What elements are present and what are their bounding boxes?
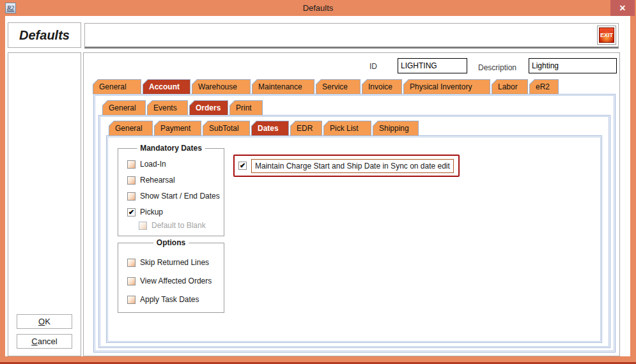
tab-pick-list[interactable]: Pick List	[323, 121, 371, 135]
mandatory-dates-group: Mandatory Dates Load-In Rehearsal Show S…	[118, 148, 224, 236]
checkbox-row-pickup[interactable]: ✔ Pickup	[127, 208, 163, 216]
skip-returned-lines-checkbox[interactable]	[127, 259, 136, 267]
tab-orders[interactable]: Orders	[189, 100, 228, 115]
sync-highlight-box: ✔ Maintain Charge Start and Ship Date in…	[233, 155, 460, 177]
tab-print[interactable]: Print	[229, 100, 263, 115]
tab-er2[interactable]: eR2	[529, 79, 559, 94]
view-affected-orders-checkbox[interactable]	[127, 277, 136, 285]
tab-edr[interactable]: EDR	[290, 121, 322, 135]
options-group: Options Skip Returned Lines View Affecte…	[118, 243, 224, 313]
title-bar: R2 Defaults ×	[0, 0, 636, 16]
tab-subtotal[interactable]: SubTotal	[203, 121, 250, 135]
sync-checkbox[interactable]: ✔	[238, 162, 247, 170]
tab-general-l2[interactable]: General	[102, 100, 146, 115]
id-field[interactable]	[398, 58, 467, 73]
checkbox-row-show-start-end[interactable]: Show Start / End Dates	[127, 192, 220, 201]
checkbox-row-rehearsal[interactable]: Rehearsal	[127, 176, 175, 185]
options-title: Options	[153, 238, 189, 247]
tab-payment[interactable]: Payment	[154, 121, 201, 135]
exit-button[interactable]: EXIT	[597, 26, 616, 45]
skip-returned-lines-label[interactable]: Skip Returned Lines	[140, 258, 209, 267]
sidebar-panel: OK Cancel	[8, 52, 81, 356]
checkbox-row-default-to-blank: Default to Blank	[139, 221, 206, 230]
cancel-button[interactable]: Cancel	[17, 334, 72, 349]
checkbox-row-apply-task-dates[interactable]: Apply Task Dates	[127, 295, 199, 304]
default-to-blank-label: Default to Blank	[151, 221, 206, 230]
tab-maintenance[interactable]: Maintenance	[252, 79, 314, 94]
rehearsal-checkbox[interactable]	[127, 176, 136, 185]
checkbox-row-view-affected-orders[interactable]: View Affected Orders	[127, 277, 212, 285]
tab-service[interactable]: Service	[316, 79, 361, 94]
sync-label[interactable]: Maintain Charge Start and Ship Date in S…	[251, 159, 454, 173]
show-start-end-label[interactable]: Show Start / End Dates	[140, 192, 220, 201]
pickup-label[interactable]: Pickup	[140, 208, 163, 216]
description-label: Description	[478, 60, 516, 75]
pickup-checkbox[interactable]: ✔	[127, 208, 136, 216]
checkbox-row-skip-returned-lines[interactable]: Skip Returned Lines	[127, 258, 209, 267]
tab-labor[interactable]: Labor	[492, 79, 528, 94]
tab-general-l3[interactable]: General	[109, 121, 153, 135]
toolbar: EXIT	[84, 23, 619, 49]
mandatory-dates-title: Mandatory Dates	[137, 144, 205, 153]
ok-button[interactable]: OK	[17, 314, 72, 329]
load-in-label[interactable]: Load-In	[140, 160, 166, 169]
show-start-end-checkbox[interactable]	[127, 192, 136, 201]
tab-row-level1: General Account Warehouse Maintenance Se…	[93, 79, 560, 94]
tab-shipping[interactable]: Shipping	[373, 121, 419, 135]
apply-task-dates-label[interactable]: Apply Task Dates	[140, 295, 199, 304]
close-button[interactable]: ×	[610, 0, 635, 16]
tab-row-level2: General Events Orders Print	[102, 100, 264, 115]
close-icon: ×	[619, 3, 625, 13]
window-title: Defaults	[0, 0, 636, 16]
page-title: Defaults	[8, 22, 81, 48]
tab-dates[interactable]: Dates	[251, 121, 289, 135]
id-label: ID	[369, 59, 377, 74]
rehearsal-label[interactable]: Rehearsal	[140, 176, 175, 185]
tab-physical-inventory[interactable]: Physical Inventory	[403, 79, 490, 94]
load-in-checkbox[interactable]	[127, 160, 136, 169]
default-to-blank-checkbox	[139, 222, 147, 230]
apply-task-dates-checkbox[interactable]	[127, 296, 136, 304]
tab-general-l1[interactable]: General	[93, 79, 141, 94]
tab-invoice[interactable]: Invoice	[362, 79, 402, 94]
tab-row-level3: General Payment SubTotal Dates EDR Pick …	[109, 121, 420, 135]
tab-events[interactable]: Events	[147, 100, 188, 115]
description-field[interactable]	[529, 58, 617, 73]
exit-icon: EXIT	[599, 27, 614, 43]
view-affected-orders-label[interactable]: View Affected Orders	[140, 277, 212, 285]
checkbox-row-load-in[interactable]: Load-In	[127, 160, 166, 169]
tab-account[interactable]: Account	[143, 79, 190, 94]
tab-warehouse[interactable]: Warehouse	[192, 79, 251, 94]
